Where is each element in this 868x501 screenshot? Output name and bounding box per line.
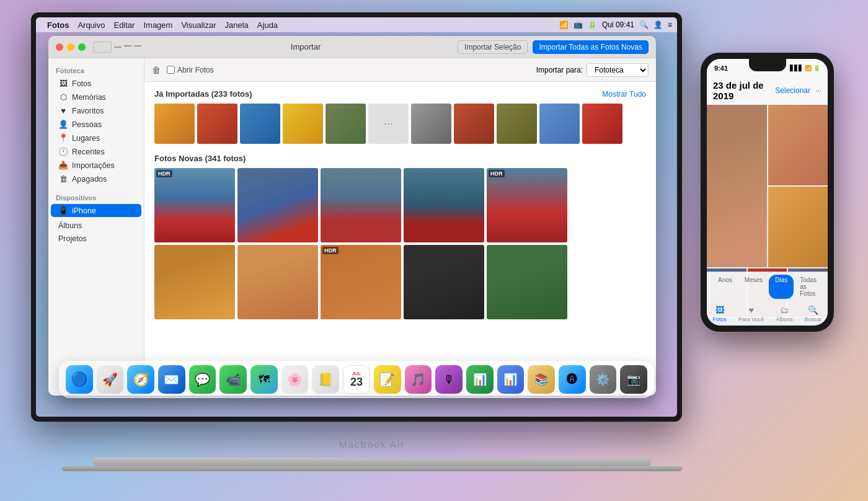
dock-appstore[interactable]: 🅐 <box>559 365 586 394</box>
photo-thumb-8[interactable] <box>497 104 537 144</box>
tab-anos[interactable]: Anos <box>712 275 738 299</box>
new-photo-1[interactable]: HDR <box>154 168 235 242</box>
iphone-tab-albuns[interactable]: 🗂 Álbuns <box>776 305 793 322</box>
sidebar-item-recentes[interactable]: 🕐 Recentes <box>51 145 141 158</box>
iphone-albuns-icon: 🗂 <box>780 305 789 315</box>
new-photo-7[interactable] <box>237 245 318 319</box>
sidebar-item-pessoas[interactable]: 👤 Pessoas <box>51 118 141 131</box>
dock-contacts[interactable]: 📒 <box>312 365 339 394</box>
wifi-icon: 📶 <box>559 20 569 29</box>
list-icon[interactable]: ≡ <box>668 20 672 29</box>
open-photos-check[interactable]: Abrir Fotos <box>167 66 214 74</box>
dock-calendar[interactable]: JUL 23 <box>343 365 370 394</box>
minimize-button[interactable] <box>67 43 74 51</box>
iphone: 9:41 ▋▋▋ 📶 🔋 23 de jul de 2019 Seleciona… <box>701 53 834 332</box>
new-photo-5[interactable]: HDR <box>487 168 567 242</box>
dock-safari[interactable]: 🧭 <box>127 365 154 394</box>
menu-editar[interactable]: Editar <box>113 20 135 30</box>
tab-meses[interactable]: Meses <box>738 275 769 299</box>
dock-keynote[interactable]: 📊 <box>497 365 525 394</box>
macbook-label: MacBook Air <box>339 439 405 450</box>
dock-ibooks[interactable]: 📚 <box>528 365 555 394</box>
new-photo-10[interactable] <box>487 245 567 319</box>
macbook: Fotos Arquivo Editar Imagem Visualizar J… <box>31 12 713 484</box>
search-icon[interactable]: 🔍 <box>639 20 649 29</box>
dock-numbers[interactable]: 📊 <box>466 365 494 394</box>
sidebar-item-projetos[interactable]: Projetos <box>51 233 141 245</box>
trash-icon[interactable]: 🗑 <box>152 65 161 75</box>
iphone-more-button[interactable]: ··· <box>815 86 822 95</box>
iphone-tab-albuns-label: Álbuns <box>776 316 793 322</box>
menu-janela[interactable]: Janela <box>225 20 249 30</box>
iphone-tab-buscar[interactable]: 🔍 Buscar <box>805 305 822 322</box>
user-icon[interactable]: 👤 <box>653 20 663 29</box>
dock-maps[interactable]: 🗺 <box>250 365 278 394</box>
menu-imagem[interactable]: Imagem <box>143 20 172 30</box>
photo-thumb-9[interactable] <box>539 104 580 144</box>
iphone-tab-paravoc[interactable]: ♥ Para Você <box>738 305 764 322</box>
new-photo-2[interactable] <box>237 168 318 242</box>
photo-thumb-10[interactable] <box>582 104 622 144</box>
dock-facetime[interactable]: 📹 <box>219 365 247 394</box>
sidebar-item-favoritos[interactable]: ♥ Favoritos <box>51 104 141 117</box>
photo-thumb-2[interactable] <box>197 104 237 144</box>
iphone-bottom-tabs: Anos Meses Dias Todas as Fotos 🖼 Fotos ♥… <box>707 272 828 326</box>
dock-finder[interactable]: 🔵 <box>66 365 93 394</box>
sidebar-item-apagados[interactable]: 🗑 Apagados <box>51 172 141 185</box>
sidebar-item-memorias[interactable]: ⬡ Memórias <box>51 91 141 104</box>
tab-dias[interactable]: Dias <box>769 275 794 299</box>
iphone-photo-small-1[interactable] <box>768 105 828 185</box>
menu-ajuda[interactable]: Ajuda <box>257 20 278 30</box>
iphone-select-button[interactable]: Selecionar <box>775 86 810 95</box>
dock-mail[interactable]: ✉️ <box>158 365 185 394</box>
photo-thumb-5[interactable] <box>326 104 366 144</box>
photos-window: Importar Importar Seleção Importar Todas… <box>48 36 656 396</box>
sidebar-item-fotos[interactable]: 🖼 Fotos <box>51 77 141 90</box>
menu-app-name[interactable]: Fotos <box>47 20 69 30</box>
new-photo-8[interactable]: HDR <box>321 245 401 319</box>
import-to-dropdown[interactable]: Fototeca <box>587 63 649 77</box>
new-photos-grid: HDR <box>154 168 646 319</box>
iphone-photo-large[interactable] <box>707 105 767 267</box>
menu-bar-right: 📶 📺 🔋 Qui 09:41 🔍 👤 ≡ <box>559 20 672 29</box>
sidebar-item-lugares[interactable]: 📍 Lugares <box>51 131 141 144</box>
import-selection-button[interactable]: Importar Seleção <box>458 40 528 54</box>
already-imported-grid: ··· <box>154 104 646 144</box>
iphone-header-actions: Selecionar ··· <box>775 86 822 95</box>
dock-notes[interactable]: 📝 <box>374 365 401 394</box>
dock-launchpad[interactable]: 🚀 <box>97 365 124 394</box>
open-photos-checkbox[interactable] <box>167 66 175 74</box>
new-photo-9[interactable] <box>404 245 484 319</box>
dock-itunes[interactable]: 🎵 <box>405 365 432 394</box>
photo-thumb-6[interactable] <box>411 104 451 144</box>
maximize-button[interactable] <box>78 43 86 51</box>
new-photo-3[interactable] <box>321 168 401 242</box>
menu-visualizar[interactable]: Visualizar <box>181 20 216 30</box>
tab-todas[interactable]: Todas as Fotos <box>794 275 823 299</box>
iphone-tab-fotos[interactable]: 🖼 Fotos <box>712 305 727 322</box>
iphone-status-icons: ▋▋▋ 📶 🔋 <box>790 65 820 71</box>
dock-camera[interactable]: 📷 <box>620 365 647 394</box>
photo-thumb-7[interactable] <box>454 104 494 144</box>
dock-systemprefs[interactable]: ⚙️ <box>590 365 617 394</box>
photo-thumb-3[interactable] <box>240 104 280 144</box>
wifi-status-icon: 📶 <box>805 65 812 71</box>
show-all-link[interactable]: Mostrar Tudo <box>602 90 646 99</box>
import-all-button[interactable]: Importar Todas as Fotos Novas <box>533 40 649 54</box>
new-photo-4[interactable] <box>404 168 484 242</box>
sidebar-item-albuns[interactable]: Álbuns <box>51 219 141 232</box>
sidebar-label-recentes: Recentes <box>72 148 105 156</box>
sidebar-item-iphone[interactable]: 📱 iPhone <box>51 204 141 217</box>
iphone-photo-small-2[interactable] <box>768 187 828 267</box>
photo-thumb-1[interactable] <box>154 104 195 144</box>
dock-photos[interactable]: 🌸 <box>281 365 309 394</box>
close-button[interactable] <box>56 43 63 51</box>
sidebar-label-memorias: Memórias <box>72 93 106 102</box>
sidebar-label-importacoes: Importações <box>72 161 115 170</box>
menu-arquivo[interactable]: Arquivo <box>78 20 105 30</box>
sidebar-item-importacoes[interactable]: 📥 Importações <box>51 159 141 172</box>
new-photo-6[interactable] <box>154 245 235 319</box>
dock-podcasts[interactable]: 🎙 <box>435 365 463 394</box>
photo-thumb-4[interactable] <box>283 104 323 144</box>
dock-messages[interactable]: 💬 <box>189 365 216 394</box>
